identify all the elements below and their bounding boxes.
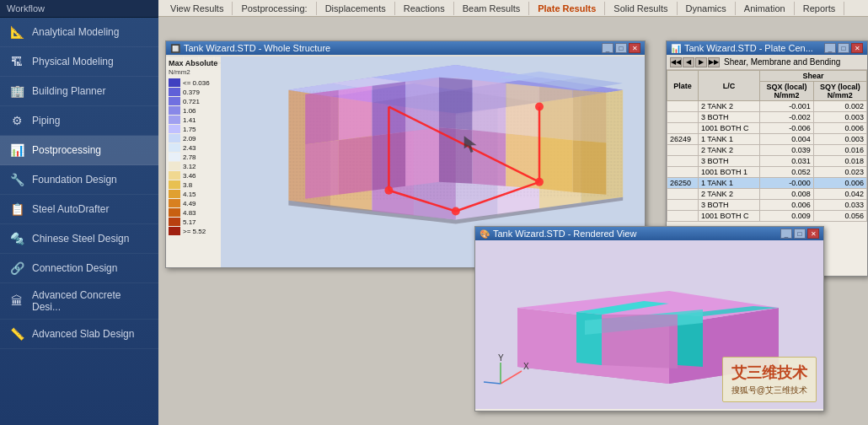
legend-color-swatch xyxy=(169,116,180,124)
minimize-button[interactable]: _ xyxy=(602,43,613,53)
results-minimize-button[interactable]: _ xyxy=(824,43,836,53)
cell-lc: 1 TANK 1 xyxy=(698,134,759,145)
results-nav-label: Shear, Membrane and Bending xyxy=(724,57,840,67)
cell-lc: 1001 BOTH C xyxy=(698,123,759,134)
cell-plate xyxy=(667,200,699,211)
cell-sqy: 0.006 xyxy=(813,123,866,134)
sidebar-item-building-planner[interactable]: 🏢 Building Planner xyxy=(0,77,158,106)
sidebar-icon-steel-autodrafter: 📋 xyxy=(8,201,25,218)
rendered-viewport[interactable]: X Y 艾三维技术 搜狐号@艾三维技术 xyxy=(475,240,823,409)
results-nav-next[interactable]: ▶ xyxy=(695,57,707,67)
legend-item: 5.17 xyxy=(169,218,218,226)
legend-value: <= 0.036 xyxy=(183,79,210,87)
sidebar-item-steel-autodrafter[interactable]: 📋 Steel AutoDrafter xyxy=(0,195,158,224)
table-row[interactable]: 1001 BOTH 1 0.052 0.023 xyxy=(667,167,867,178)
legend-item: 1.41 xyxy=(169,116,218,124)
legend-item: >= 5.52 xyxy=(169,227,218,235)
cell-sqy: 0.003 xyxy=(813,134,866,145)
legend-item: 4.49 xyxy=(169,199,218,207)
legend-color-swatch xyxy=(169,125,180,133)
sidebar-item-analytical-modeling[interactable]: 📐 Analytical Modeling xyxy=(0,18,158,47)
cell-sqy: 0.003 xyxy=(813,112,866,123)
table-row[interactable]: 3 BOTH -0.002 0.003 xyxy=(667,112,867,123)
cell-sqx: 0.009 xyxy=(760,211,813,222)
sidebar-icon-chinese-steel-design: 🔩 xyxy=(8,230,25,247)
results-window-controls: _ □ ✕ xyxy=(824,43,863,53)
rendered-close[interactable]: ✕ xyxy=(807,229,819,239)
sidebar-item-advanced-concrete[interactable]: 🏛 Advanced Concrete Desi... xyxy=(0,283,158,320)
legend-color-swatch xyxy=(169,171,180,180)
table-row[interactable]: 26249 1 TANK 1 0.004 0.003 xyxy=(667,134,867,145)
cell-plate xyxy=(667,145,699,156)
table-row[interactable]: 3 BOTH 0.006 0.033 xyxy=(667,200,867,211)
tab-postprocessing-[interactable]: Postprocessing: xyxy=(233,2,316,15)
col-shear-group: Shear xyxy=(760,71,867,82)
maximize-button[interactable]: □ xyxy=(615,43,627,53)
tab-plate-results[interactable]: Plate Results xyxy=(529,2,605,15)
cell-plate xyxy=(667,156,699,167)
legend-item: 4.83 xyxy=(169,208,218,217)
results-nav-last[interactable]: ▶▶ xyxy=(708,57,720,67)
legend-value: 1.06 xyxy=(183,107,196,115)
col-sqx: SQX (local)N/mm2 xyxy=(760,82,813,101)
legend-color-swatch xyxy=(169,88,180,96)
main-window-titlebar: 🔲 Tank Wizard.STD - Whole Structure _ □ … xyxy=(166,41,645,55)
results-nav-prev[interactable]: ◀ xyxy=(683,57,694,67)
tab-animation[interactable]: Animation xyxy=(736,2,795,15)
sidebar-icon-advanced-concrete: 🏛 xyxy=(8,293,25,309)
close-button[interactable]: ✕ xyxy=(629,43,640,53)
legend-value: 2.78 xyxy=(183,153,196,161)
cell-plate xyxy=(667,189,699,200)
sidebar-item-advanced-slab[interactable]: 📏 Advanced Slab Design xyxy=(0,320,158,349)
svg-marker-32 xyxy=(573,90,607,143)
tab-displacements[interactable]: Displacements xyxy=(317,2,395,15)
sidebar-label-building-planner: Building Planner xyxy=(32,85,105,97)
cell-sqx: 0.039 xyxy=(760,145,813,156)
legend-color-swatch xyxy=(169,106,180,115)
cell-sqx: 0.004 xyxy=(760,134,813,145)
legend-value: >= 5.52 xyxy=(183,228,206,235)
sidebar-item-connection-design[interactable]: 🔗 Connection Design xyxy=(0,254,158,283)
cell-plate: 26249 xyxy=(667,134,699,145)
legend-color-swatch xyxy=(169,190,180,198)
tab-solid-results[interactable]: Solid Results xyxy=(605,2,677,15)
results-nav-first[interactable]: ◀◀ xyxy=(670,57,682,67)
legend-unit: N/mm2 xyxy=(169,68,218,76)
tab-reactions[interactable]: Reactions xyxy=(395,2,454,15)
rendered-titlebar: 🎨 Tank Wizard.STD - Rendered View _ □ ✕ xyxy=(475,227,823,240)
rendered-maximize[interactable]: □ xyxy=(794,229,806,239)
legend-color-swatch xyxy=(169,227,180,235)
cell-sqx: -0.000 xyxy=(760,178,813,189)
sidebar-item-foundation-design[interactable]: 🔧 Foundation Design xyxy=(0,165,158,195)
svg-point-49 xyxy=(384,186,393,195)
legend-item: 1.75 xyxy=(169,125,218,133)
legend-value: 4.49 xyxy=(183,200,196,207)
tab-beam-results[interactable]: Beam Results xyxy=(454,2,529,15)
sidebar-item-postprocessing[interactable]: 📊 Postprocessing xyxy=(0,136,158,165)
table-row[interactable]: 2 TANK 2 -0.001 0.002 xyxy=(667,101,867,112)
legend-item: 4.15 xyxy=(169,190,218,198)
results-close-button[interactable]: ✕ xyxy=(851,43,863,53)
table-row[interactable]: 2 TANK 2 0.008 0.042 xyxy=(667,189,867,200)
sidebar-item-physical-modeling[interactable]: 🏗 Physical Modeling xyxy=(0,47,158,77)
svg-marker-40 xyxy=(539,137,573,191)
sidebar-label-advanced-concrete: Advanced Concrete Desi... xyxy=(32,289,150,313)
sidebar-item-piping[interactable]: ⚙ Piping xyxy=(0,106,158,136)
sidebar-item-chinese-steel-design[interactable]: 🔩 Chinese Steel Design xyxy=(0,224,158,254)
tab-reports[interactable]: Reports xyxy=(795,2,845,15)
table-row[interactable]: 3 BOTH 0.031 0.018 xyxy=(667,156,867,167)
svg-point-48 xyxy=(535,178,544,186)
table-row[interactable]: 26250 1 TANK 1 -0.000 0.006 xyxy=(667,178,867,189)
table-row[interactable]: 1001 BOTH C -0.006 0.006 xyxy=(667,123,867,134)
tab-view-results[interactable]: View Results xyxy=(162,2,233,15)
svg-marker-41 xyxy=(573,140,607,194)
table-row[interactable]: 1001 BOTH C 0.009 0.056 xyxy=(667,211,867,222)
rendered-minimize[interactable]: _ xyxy=(780,229,792,239)
legend-item: 0.379 xyxy=(169,88,218,96)
table-row[interactable]: 2 TANK 2 0.039 0.016 xyxy=(667,145,867,156)
tab-dynamics[interactable]: Dynamics xyxy=(678,2,736,15)
results-maximize-button[interactable]: □ xyxy=(838,43,849,53)
cell-sqy: 0.016 xyxy=(813,145,866,156)
svg-point-47 xyxy=(535,103,544,111)
cell-lc: 2 TANK 2 xyxy=(698,189,759,200)
